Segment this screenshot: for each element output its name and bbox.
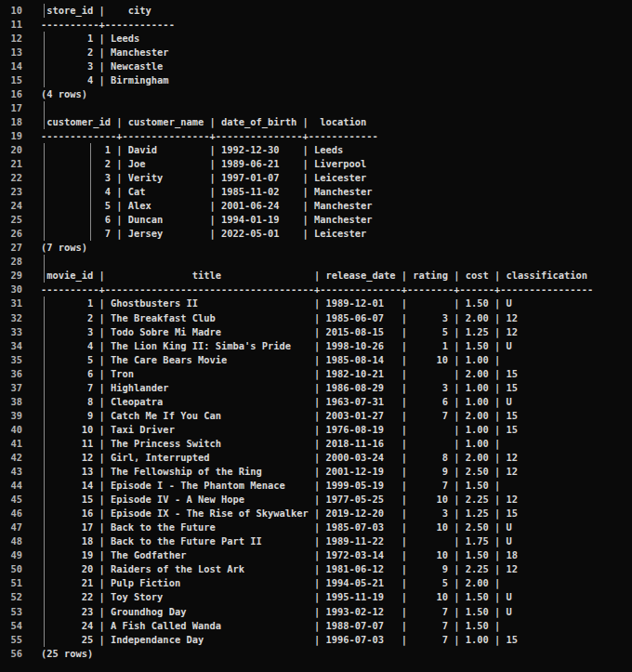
line-number: 27 [0,241,22,255]
output-line: 48 18 | Back to the Future Part II | 198… [0,534,632,548]
line-number: 38 [0,395,22,409]
output-line: 37 7 | Highlander | 1986-08-29 | 3 | 1.0… [0,381,632,395]
output-line: 11----------+------------ [0,18,632,32]
output-line: 49 19 | The Godfather | 1972-03-14 | 10 … [0,548,632,562]
line-number: 19 [0,129,22,143]
line-number: 18 [0,115,22,129]
line-text: 14 | Episode I - The Phantom Menace | 19… [41,479,500,493]
output-line: 46 16 | Episode IX - The Rise of Skywalk… [0,507,632,520]
output-line: 40 10 | Taxi Driver | 1976-08-19 | | 1.0… [0,423,632,437]
line-text: 2 | The Breakfast Club | 1985-06-07 | 3 … [41,311,518,325]
editor-output[interactable]: 10 store_id | city11----------+---------… [0,0,632,672]
line-text: 2 | Joe | 1989-06-21 | Liverpool [41,157,366,171]
line-number: 35 [0,353,22,367]
output-line: 47 17 | Back to the Future | 1985-07-03 … [0,520,632,534]
line-text: 1 | David | 1992-12-30 | Leeds [41,143,343,157]
output-line: 24 5 | Alex | 2001-06-24 | Manchester [0,199,632,213]
line-number: 31 [0,296,22,310]
line-number: 51 [0,576,22,590]
output-line: 35 5 | The Care Bears Movie | 1985-08-14… [0,353,632,367]
output-line: 28 [0,255,632,269]
output-line: 10 store_id | city [0,4,632,18]
output-line: 19-------------+---------------+--------… [0,129,632,143]
line-text: 20 | Raiders of the Lost Ark | 1981-06-1… [41,562,518,576]
output-lines: 10 store_id | city11----------+---------… [0,4,632,661]
output-line: 21 2 | Joe | 1989-06-21 | Liverpool [0,157,632,171]
line-text: 3 | Verity | 1997-01-07 | Leicester [41,171,366,185]
output-line: 15 4 | Birmingham [0,73,632,87]
line-text: 7 | Jersey | 2022-05-01 | Leicester [41,227,366,241]
line-text: store_id | city [41,4,151,18]
output-line: 34 4 | The Lion King II: Simba's Pride |… [0,339,632,353]
output-line: 54 24 | A Fish Called Wanda | 1988-07-07… [0,619,632,633]
line-text: 2 | Manchester [41,46,169,59]
line-number: 22 [0,171,22,185]
output-line: 52 22 | Toy Story | 1995-11-19 | 10 | 1.… [0,590,632,604]
line-text: 9 | Catch Me If You Can | 2003-01-27 | 7… [41,409,518,423]
output-line: 44 14 | Episode I - The Phantom Menace |… [0,479,632,493]
line-text: 16 | Episode IX - The Rise of Skywalker … [41,507,518,520]
output-line: 17 [0,101,632,115]
line-text: 23 | Groundhog Day | 1993-02-12 | 7 | 1.… [41,605,512,619]
output-line: 12 1 | Leeds [0,32,632,46]
line-number: 50 [0,562,22,576]
output-line: 29 movie_id | title | release_date | rat… [0,269,632,283]
line-number: 12 [0,32,22,46]
output-line: 56(25 rows) [0,647,632,661]
line-text: 10 | Taxi Driver | 1976-08-19 | | 1.00 |… [41,423,518,437]
output-line: 33 3 | Todo Sobre Mi Madre | 2015-08-15 … [0,325,632,339]
line-number: 26 [0,227,22,241]
output-line: 50 20 | Raiders of the Lost Ark | 1981-0… [0,562,632,576]
output-line: 53 23 | Groundhog Day | 1993-02-12 | 7 |… [0,605,632,619]
output-line: 25 6 | Duncan | 1994-01-19 | Manchester [0,213,632,227]
line-text: 21 | Pulp Fiction | 1994-05-21 | 5 | 2.0… [41,576,500,590]
line-number: 24 [0,199,22,213]
line-number: 56 [0,647,22,661]
line-number: 32 [0,311,22,325]
output-line: 45 15 | Episode IV - A New Hope | 1977-0… [0,493,632,507]
output-line: 26 7 | Jersey | 2022-05-01 | Leicester [0,227,632,241]
output-line: 38 8 | Cleopatra | 1963-07-31 | 6 | 1.00… [0,395,632,409]
output-line: 31 1 | Ghostbusters II | 1989-12-01 | | … [0,296,632,310]
line-number: 23 [0,185,22,199]
output-line: 14 3 | Newcastle [0,59,632,73]
line-number: 15 [0,73,22,87]
line-text: 13 | The Fellowship of the Ring | 2001-1… [41,465,518,479]
output-line: 32 2 | The Breakfast Club | 1985-06-07 |… [0,311,632,325]
line-number: 30 [0,283,22,296]
line-text: ----------+-----------------------------… [41,283,593,296]
line-text: 7 | Highlander | 1986-08-29 | 3 | 1.00 |… [41,381,518,395]
line-text: 24 | A Fish Called Wanda | 1988-07-07 | … [41,619,500,633]
line-number: 10 [0,4,22,18]
line-text: 3 | Todo Sobre Mi Madre | 2015-08-15 | 5… [41,325,518,339]
output-line: 22 3 | Verity | 1997-01-07 | Leicester [0,171,632,185]
line-text: 11 | The Princess Switch | 2018-11-16 | … [41,437,500,451]
line-text: 25 | Independance Day | 1996-07-03 | 7 |… [41,633,518,647]
line-number: 37 [0,381,22,395]
line-text: 6 | Tron | 1982-10-21 | | 2.00 | 15 [41,367,518,381]
output-line: 23 4 | Cat | 1985-11-02 | Manchester [0,185,632,199]
line-text: ----------+------------ [41,18,175,32]
line-number: 16 [0,87,22,101]
line-number: 34 [0,339,22,353]
line-text: 8 | Cleopatra | 1963-07-31 | 6 | 1.00 | … [41,395,512,409]
line-number: 40 [0,423,22,437]
line-text: 3 | Newcastle [41,59,163,73]
line-number: 53 [0,605,22,619]
line-text: 1 | Ghostbusters II | 1989-12-01 | | 1.5… [41,296,512,310]
output-line: 27(7 rows) [0,241,632,255]
line-number: 45 [0,493,22,507]
line-text: 15 | Episode IV - A New Hope | 1977-05-2… [41,493,518,507]
output-line: 51 21 | Pulp Fiction | 1994-05-21 | 5 | … [0,576,632,590]
line-text: 6 | Duncan | 1994-01-19 | Manchester [41,213,373,227]
output-line: 41 11 | The Princess Switch | 2018-11-16… [0,437,632,451]
line-text: 19 | The Godfather | 1972-03-14 | 10 | 1… [41,548,518,562]
line-number: 49 [0,548,22,562]
line-number: 21 [0,157,22,171]
line-number: 29 [0,269,22,283]
line-text: 1 | Leeds [41,32,139,46]
output-line: 43 13 | The Fellowship of the Ring | 200… [0,465,632,479]
output-line: 13 2 | Manchester [0,46,632,59]
line-number: 42 [0,451,22,465]
line-number: 36 [0,367,22,381]
